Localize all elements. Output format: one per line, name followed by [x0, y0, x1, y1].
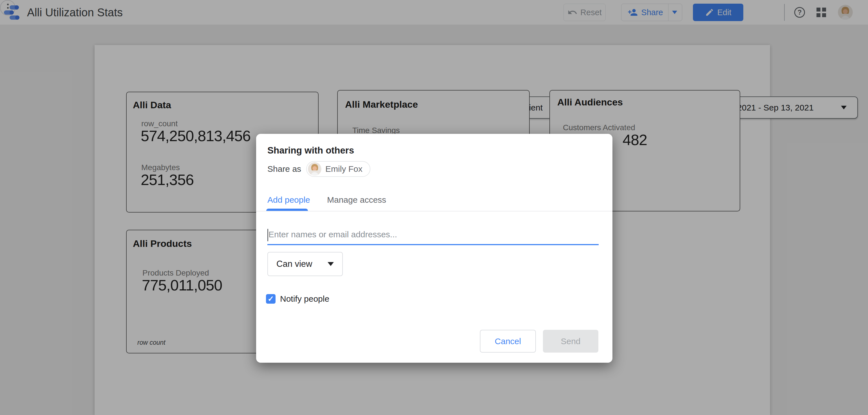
share-as-label: Share as [268, 164, 301, 174]
sharing-dialog: Sharing with others Share as Emily Fox A… [256, 134, 613, 363]
notify-label: Notify people [280, 294, 329, 304]
share-as-chip[interactable]: Emily Fox [306, 161, 370, 177]
tab-add-people[interactable]: Add people [268, 195, 310, 205]
recipients-input[interactable] [268, 227, 599, 245]
tab-divider [256, 211, 613, 211]
text-caret [268, 229, 268, 241]
dialog-title: Sharing with others [268, 145, 354, 156]
chevron-down-icon [328, 262, 334, 266]
tab-manage-access[interactable]: Manage access [327, 195, 386, 205]
checkmark-icon: ✓ [268, 295, 274, 303]
send-button[interactable]: Send [543, 330, 598, 353]
permission-dropdown[interactable]: Can view [268, 252, 343, 276]
notify-checkbox[interactable]: ✓ [266, 294, 276, 304]
permission-value: Can view [276, 259, 312, 269]
cancel-button[interactable]: Cancel [480, 330, 536, 353]
chip-avatar [308, 162, 321, 176]
share-as-name: Emily Fox [326, 164, 363, 174]
